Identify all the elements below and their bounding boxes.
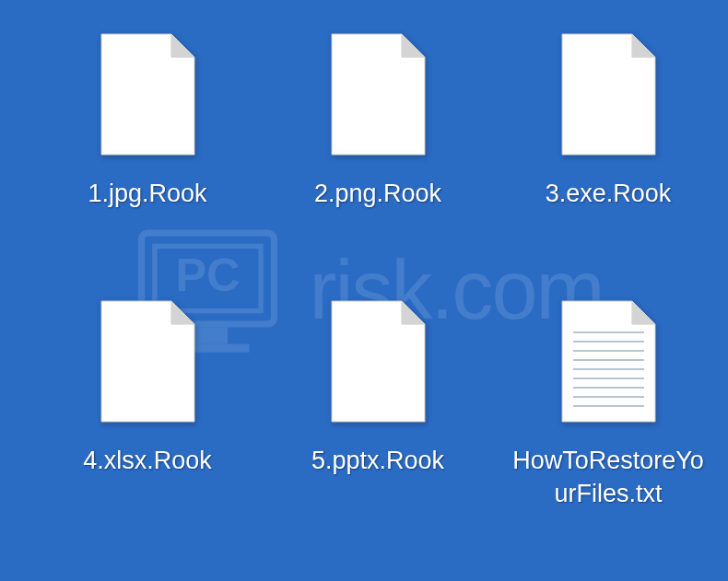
desktop-area: 1.jpg.Rook 2.png.Rook 3.exe.Rook: [0, 0, 728, 581]
file-item[interactable]: HowToRestoreYourFiles.txt: [498, 295, 719, 562]
file-label: HowToRestoreYourFiles.txt: [507, 444, 710, 511]
blank-file-icon: [560, 32, 657, 157]
file-label: 3.exe.Rook: [546, 177, 672, 210]
blank-file-icon: [100, 32, 196, 157]
file-item[interactable]: 4.xlsx.Rook: [37, 295, 258, 562]
file-label: 2.png.Rook: [314, 177, 441, 210]
file-label: 5.pptx.Rook: [311, 444, 444, 477]
file-label: 1.jpg.Rook: [88, 177, 206, 210]
icon-grid: 1.jpg.Rook 2.png.Rook 3.exe.Rook: [37, 28, 691, 562]
file-item[interactable]: 1.jpg.Rook: [37, 28, 258, 295]
file-item[interactable]: 3.exe.Rook: [498, 28, 719, 295]
blank-file-icon: [100, 299, 196, 424]
blank-file-icon: [330, 32, 427, 157]
blank-file-icon: [330, 299, 427, 424]
file-item[interactable]: 5.pptx.Rook: [267, 295, 488, 562]
text-file-icon: [560, 299, 657, 424]
file-label: 4.xlsx.Rook: [83, 444, 212, 477]
file-item[interactable]: 2.png.Rook: [267, 28, 488, 295]
